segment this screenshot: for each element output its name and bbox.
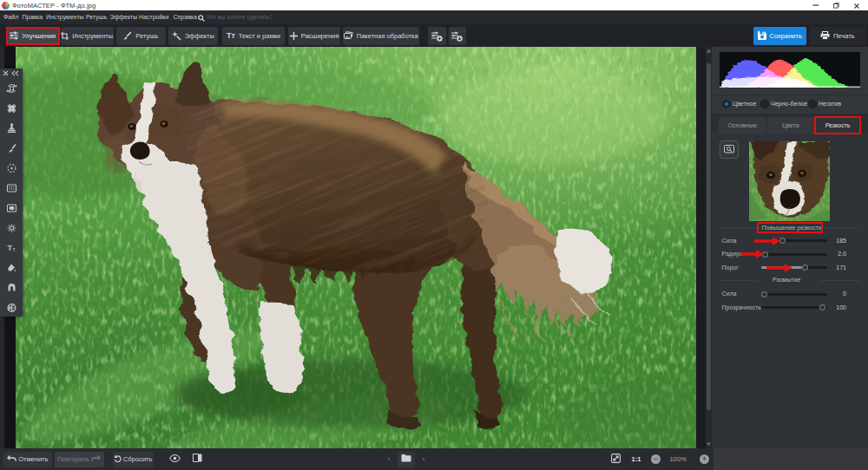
svg-text:т: т <box>13 246 16 252</box>
